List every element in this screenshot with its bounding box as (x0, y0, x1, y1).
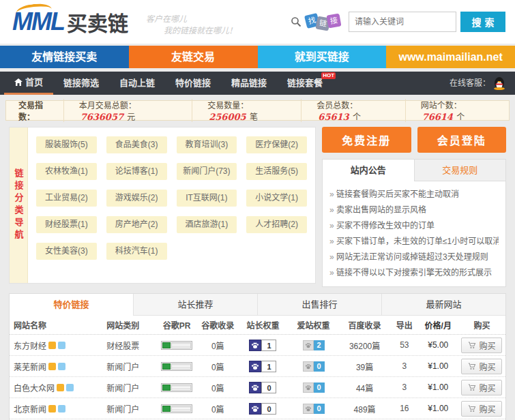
category-side-label: 链接分类导航 (12, 168, 25, 242)
category-item[interactable]: 服装服饰(5) (36, 136, 97, 153)
category-item[interactable]: 人才招聘(2) (246, 216, 307, 233)
table-row: 莱芜新闻 新闻门户 0篇 1 0 39篇 3 ¥1.00 购买 (10, 356, 505, 377)
category-item[interactable]: 农林牧渔(1) (36, 163, 97, 180)
outlinks-count: 3 (391, 382, 418, 392)
chinaz-paw-icon (249, 382, 261, 393)
nav-premium-links[interactable]: 精品链接 (221, 72, 277, 95)
stat-member-count: 会员总数：65613 个 (301, 99, 404, 122)
login-button[interactable]: 会员登陆 (417, 127, 507, 153)
category-item[interactable]: 酒店旅游(1) (177, 216, 237, 233)
tab-site-announcements[interactable]: 站内公告 (323, 160, 415, 181)
aizhan-paw-icon (303, 404, 314, 414)
register-button[interactable]: 免费注册 (322, 127, 411, 153)
search-button[interactable]: 搜索 (460, 12, 505, 32)
tab-webmaster-recommended[interactable]: 站长推荐 (133, 294, 257, 316)
col-buy: 购买 (458, 319, 505, 331)
tagline-line2: 我的链接就在哪儿! (164, 24, 233, 35)
notice-item[interactable]: 网站无法正常访问或掉链超过3天处理规则 (329, 250, 499, 265)
category-item[interactable]: 财经股票(1) (36, 216, 97, 233)
category-item[interactable]: 教育培训(3) (177, 136, 237, 153)
category-item[interactable]: 食品美食(3) (106, 136, 167, 153)
category-item[interactable]: 游戏娱乐(2) (106, 190, 167, 207)
aizhan-weight-value: 2 (314, 340, 325, 350)
nav-auto-link[interactable]: 自动上链 (109, 72, 165, 95)
google-included: 0篇 (198, 361, 237, 372)
verified-badge-blue-icon (58, 405, 65, 412)
col-outlinks: 导出 (391, 319, 418, 331)
tab-newest-sites[interactable]: 最新网站 (381, 294, 505, 316)
google-included: 0篇 (198, 403, 237, 415)
tab-special-links[interactable]: 特价链接 (10, 294, 133, 316)
tab-sales-ranking[interactable]: 出售排行 (257, 294, 381, 316)
online-service[interactable]: 在线客服： (450, 72, 511, 95)
google-included: 0篇 (198, 340, 237, 351)
verified-badge-blue-icon (66, 384, 74, 391)
trade-index-title: 交易指数： (6, 99, 63, 122)
col-google-pr: 谷歌PR (155, 319, 198, 331)
banner-seg-domain[interactable]: www.maimailian.net (386, 46, 515, 68)
chinaz-weight-value: 0 (261, 382, 276, 393)
site-name-link[interactable]: 北京新闻 (14, 403, 46, 415)
category-item[interactable]: 房产地产(2) (106, 216, 167, 233)
category-item[interactable]: 医疗保健(2) (246, 136, 307, 153)
google-pr-bar-icon (161, 341, 192, 350)
nav-home[interactable]: 首页 (4, 72, 53, 95)
col-aizhan-weight: 爱站权重 (289, 319, 338, 331)
nav-special-links[interactable]: 特价链接 (165, 72, 221, 95)
col-price: 价格/月 (418, 319, 458, 331)
outlinks-count: 16 (391, 404, 418, 413)
category-item[interactable]: 女性美容(3) (36, 243, 97, 260)
site-name-link[interactable]: 白色大众网 (14, 382, 55, 393)
chinaz-paw-icon (249, 361, 261, 372)
category-item[interactable]: 生活服务(5) (246, 163, 307, 180)
chinaz-paw-icon (249, 403, 261, 415)
notice-item[interactable]: 买家不得修改生效中的订单 (329, 218, 499, 234)
site-name-link[interactable]: 莱芜新闻 (14, 361, 46, 372)
listing-tabs: 特价链接 站长推荐 出售排行 最新网站 (10, 294, 505, 316)
table-header: 网站名称 网站类别 谷歌PR 谷歌收录 站长权重 爱站权重 百度收录 导出 价格… (10, 316, 505, 335)
chinaz-weight-value: 1 (261, 361, 276, 372)
verified-badge-blue-icon (58, 342, 65, 349)
nav-link-filter[interactable]: 链接筛选 (53, 72, 109, 95)
aizhan-weight-value: 0 (314, 361, 325, 372)
buy-button[interactable]: 购买 (461, 338, 502, 353)
col-category: 网站类别 (106, 319, 155, 331)
qq-penguin-icon (493, 76, 505, 90)
buy-button[interactable]: 购买 (461, 359, 502, 374)
banner-seg-friend-links[interactable]: 友情链接买卖 (0, 46, 129, 68)
buy-button[interactable]: 购买 (461, 401, 502, 417)
banner-seg-link-trade[interactable]: 友链交易 (129, 46, 258, 68)
buy-button[interactable]: 购买 (461, 380, 502, 395)
nav-link-packages[interactable]: 链接套餐 HOT (277, 72, 333, 95)
promo-banner: 友情链接买卖 友链交易 就到买链接 www.maimailian.net (0, 46, 515, 68)
cart-icon (468, 405, 476, 412)
aizhan-weight-value: 0 (314, 404, 325, 414)
cart-icon (468, 384, 476, 391)
category-item[interactable]: 新闻门户(73) (177, 163, 237, 180)
site-logo[interactable]: MML 买卖链 (12, 10, 128, 34)
category-item[interactable]: 小说文学(1) (246, 190, 307, 207)
site-name-link[interactable]: 东方财经 (14, 340, 46, 351)
chinaz-paw-icon (249, 340, 261, 351)
notice-item[interactable]: 卖家出售网站的显示风格 (329, 202, 499, 218)
price-per-month: ¥1.00 (418, 361, 458, 371)
category-side-strip: 链接分类导航 (10, 127, 28, 283)
category-item[interactable]: 科技汽车(1) (106, 243, 167, 260)
aizhan-paw-icon (303, 382, 314, 393)
stat-month-total-value: 7636057 (79, 112, 125, 122)
banner-seg-buy-links[interactable]: 就到买链接 (258, 46, 387, 68)
stat-member-count-value: 65613 (317, 112, 350, 122)
notice-item[interactable]: 链接不得以以下对搜索引擎无效的形式展示 (329, 265, 499, 281)
google-pr-bar-icon (161, 362, 192, 371)
notice-item[interactable]: 链接套餐购买后买家不能主动取消 (329, 187, 499, 202)
search-input[interactable] (349, 12, 456, 32)
tab-trade-rules[interactable]: 交易规则 (415, 160, 506, 181)
baidu-included: 36200篇 (338, 340, 391, 351)
price-per-month: ¥5.00 (418, 340, 458, 350)
cart-icon (468, 363, 476, 370)
baidu-included: 489篇 (338, 403, 391, 415)
category-item[interactable]: 论坛博客(1) (106, 163, 167, 180)
category-item[interactable]: 工业贸易(2) (36, 190, 97, 207)
category-item[interactable]: IT互联网(1) (177, 190, 237, 207)
notice-item[interactable]: 买家下错订单，未生效的订单≤1小时可以取消 (329, 234, 499, 250)
